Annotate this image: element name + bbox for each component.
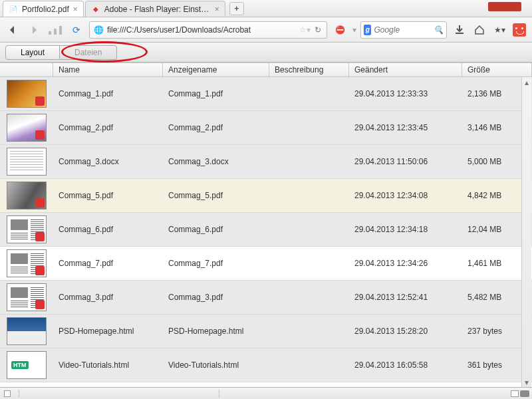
close-icon[interactable]: × [215,5,219,14]
cell-date: 29.04.2013 16:05:58 [349,360,462,370]
tab-adobe[interactable]: ◆ Adobe - Flash Player: Einstellungsma… … [85,1,225,17]
file-thumbnail [7,80,47,108]
cell-name: Commag_3.docx [53,157,163,166]
col-size[interactable]: Größe [462,63,532,76]
search-go-icon[interactable]: 🔍 [434,25,444,35]
back-button[interactable] [4,21,21,39]
adobe-favicon-icon: ◆ [91,5,100,14]
block-script-icon[interactable]: ⛔ [331,21,348,39]
file-thumbnail [7,114,47,142]
cell-date: 29.04.2013 15:28:20 [349,327,462,336]
cell-date: 29.04.2013 12:33:45 [349,123,462,132]
scroll-up-icon[interactable]: ▴ [522,77,531,87]
cell-date: 29.04.2013 12:34:08 [349,191,462,200]
pdf-badge-icon [35,232,45,241]
dateien-button[interactable]: Dateien [60,45,117,60]
search-input[interactable] [374,25,431,35]
file-thumbnail [7,182,47,209]
star-dropdown-icon[interactable]: ☆▾ [300,25,309,35]
table-row[interactable]: Commag_1.pdfCommag_1.pdf29.04.2013 12:33… [0,77,532,111]
file-thumbnail [7,249,47,277]
layout-label: Layout [21,48,45,57]
file-thumbnail [7,351,47,379]
bookmark-menu-button[interactable]: ★▾ [491,21,508,39]
status-separator [219,390,219,398]
cell-name: PSD-Homepage.html [53,327,163,336]
close-icon[interactable]: × [73,5,78,14]
col-thumbnail[interactable] [0,63,53,76]
table-header: Name Anzeigename Beschreibung Geändert G… [0,63,532,77]
profile-icon[interactable] [511,21,528,39]
col-date[interactable]: Geändert [349,63,462,76]
redacted-title-text [488,2,521,11]
table-row[interactable]: Commag_3.pdfCommag_3.pdf29.04.2013 12:52… [0,281,532,315]
signal-icon[interactable] [47,21,64,39]
table-row[interactable]: Video-Tutorials.htmlVideo-Tutorials.html… [0,348,532,382]
url-bar[interactable]: 🌐 ☆▾ ↻ [89,21,327,39]
table-row[interactable]: Commag_2.pdfCommag_2.pdf29.04.2013 12:33… [0,111,532,145]
cell-display: Commag_3.pdf [163,293,269,302]
browser-navbar: ⟳ 🌐 ☆▾ ↻ ⛔ ▾ g 🔍 ★▾ [0,17,532,43]
reload-icon[interactable]: ↻ [313,25,323,35]
cell-display: Video-Tutorials.html [163,360,269,370]
table-row[interactable]: Commag_7.pdfCommag_7.pdf29.04.2013 12:34… [0,247,532,281]
cell-date: 29.04.2013 12:34:26 [349,259,462,268]
cell-name: Video-Tutorials.html [53,360,163,370]
file-thumbnail [7,148,47,176]
google-icon: g [364,25,371,35]
scroll-track[interactable] [522,87,531,377]
url-input[interactable] [107,25,296,35]
vertical-scrollbar[interactable]: ▴ ▾ [521,77,531,387]
status-box-icon[interactable] [511,390,519,397]
tab-label: Portfolio2.pdf [22,5,69,14]
forward-button[interactable] [25,21,43,39]
tab-portfolio[interactable]: 📄 Portfolio2.pdf × [3,1,84,17]
portfolio-toolbar: Layout Dateien [0,43,532,63]
downloads-button[interactable] [451,21,468,39]
cell-name: Commag_2.pdf [53,123,163,132]
cell-date: 29.04.2013 12:52:41 [349,293,462,302]
cell-display: Commag_5.pdf [163,191,269,200]
file-thumbnail [7,215,47,243]
table-row[interactable]: Commag_5.pdfCommag_5.pdf29.04.2013 12:34… [0,179,532,213]
status-separator [19,390,19,398]
search-box[interactable]: g 🔍 [360,21,447,39]
cell-date: 29.04.2013 12:33:33 [349,89,462,98]
cell-display: Commag_6.pdf [163,225,269,234]
pdf-badge-icon [35,96,45,106]
cell-display: PSD-Homepage.html [163,327,269,336]
home-button[interactable] [471,21,488,39]
col-name[interactable]: Name [53,63,163,76]
pdf-favicon-icon: 📄 [9,5,18,14]
globe-icon: 🌐 [94,25,103,35]
separator-icon: ▾ [352,25,356,35]
pdf-badge-icon [35,198,45,207]
table-row[interactable]: Commag_6.pdfCommag_6.pdf29.04.2013 12:34… [0,213,532,247]
table-row[interactable]: Commag_3.docxCommag_3.docx29.04.2013 11:… [0,145,532,179]
file-list: Name Anzeigename Beschreibung Geändert G… [0,63,532,387]
status-left-icon[interactable] [4,390,11,397]
pdf-badge-icon [35,266,45,275]
cell-display: Commag_3.docx [163,157,269,166]
scroll-down-icon[interactable]: ▾ [522,377,531,387]
file-thumbnail [7,317,47,345]
table-row[interactable]: PSD-Homepage.htmlPSD-Homepage.html29.04.… [0,315,532,348]
new-tab-button[interactable]: + [229,2,244,15]
layout-button[interactable]: Layout [5,45,60,60]
tab-label: Adobe - Flash Player: Einstellungsma… [104,5,211,14]
sync-icon[interactable]: ⟳ [68,21,85,39]
col-display[interactable]: Anzeigename [163,63,269,76]
cell-name: Commag_5.pdf [53,191,163,200]
file-thumbnail [7,283,47,311]
cell-name: Commag_1.pdf [53,89,163,98]
cell-name: Commag_3.pdf [53,293,163,302]
browser-tabbar: 📄 Portfolio2.pdf × ◆ Adobe - Flash Playe… [0,0,532,17]
cell-display: Commag_1.pdf [163,89,269,98]
table-body: Commag_1.pdfCommag_1.pdf29.04.2013 12:33… [0,77,532,382]
status-bar [0,387,532,399]
status-plug-icon[interactable] [520,390,529,397]
pdf-badge-icon [35,300,45,309]
cell-name: Commag_7.pdf [53,259,163,268]
dateien-label: Dateien [74,48,102,57]
col-desc[interactable]: Beschreibung [269,63,349,76]
